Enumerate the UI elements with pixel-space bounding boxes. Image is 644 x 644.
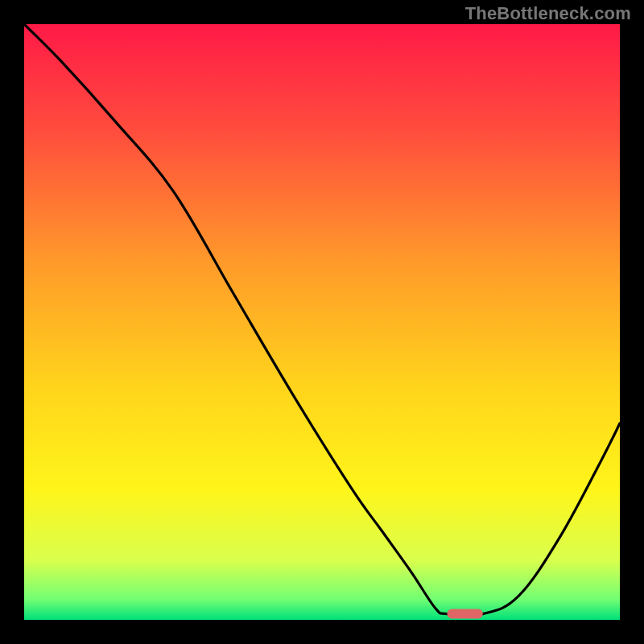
watermark-text: TheBottleneck.com xyxy=(465,3,631,24)
optimal-marker xyxy=(447,609,482,619)
bottleneck-chart xyxy=(24,24,620,620)
chart-frame: TheBottleneck.com xyxy=(0,0,644,644)
heatmap-background xyxy=(24,24,620,620)
